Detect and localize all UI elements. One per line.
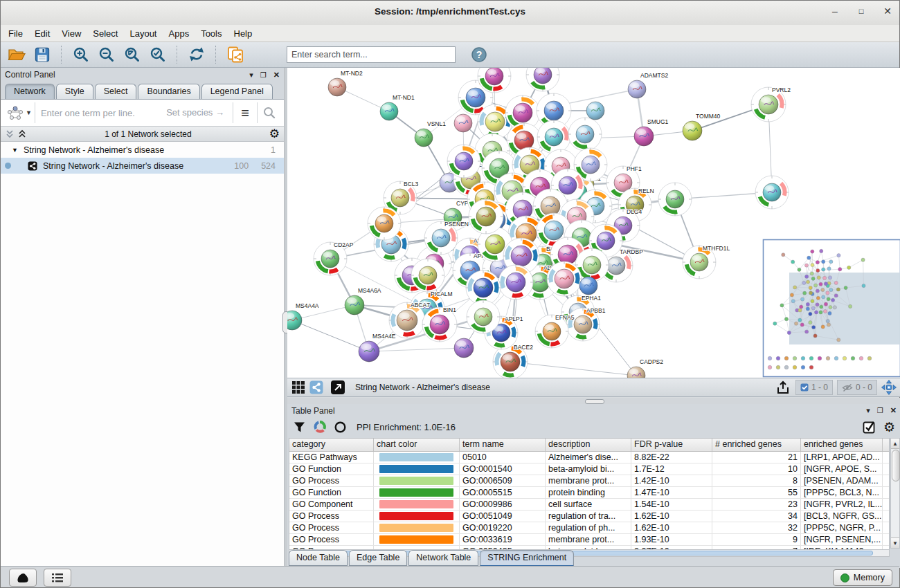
menu-item-apps[interactable]: Apps — [169, 28, 190, 39]
panel-menu-arrow-icon[interactable]: ▾ — [866, 406, 870, 415]
panel-close-icon[interactable]: ✕ — [890, 406, 897, 415]
birdseye-view[interactable] — [764, 240, 900, 377]
table-row[interactable]: GO FunctionGO:0005515protein binding1.47… — [289, 487, 889, 499]
string-terms-input[interactable] — [35, 102, 161, 123]
column-header-term-name[interactable]: term name — [460, 439, 546, 451]
tab-legend-panel[interactable]: Legend Panel — [201, 84, 273, 99]
table-row[interactable]: GO ProcessGO:0019220regulation of ph...1… — [289, 522, 889, 534]
menu-item-select[interactable]: Select — [93, 28, 118, 39]
panel-menu-arrow-icon[interactable]: ▾ — [249, 71, 253, 80]
table-row[interactable]: KEGG Pathways05010Alzheimer's dise...8.8… — [289, 452, 889, 463]
scroll-down-icon[interactable]: ▼ — [891, 538, 899, 548]
select-rows-icon[interactable] — [863, 420, 876, 434]
column-header-description[interactable]: description — [546, 439, 631, 451]
string-search-button[interactable] — [257, 102, 281, 123]
collapse-all-icon[interactable] — [5, 129, 15, 139]
expand-all-icon[interactable] — [17, 129, 27, 139]
table-row[interactable]: GO FunctionGO:0001540beta-amyloid bi...1… — [289, 463, 889, 475]
ring-chart-icon[interactable] — [334, 421, 347, 434]
table-row[interactable]: GO ProcessGO:0033619membrane prot...1.93… — [289, 534, 889, 546]
graph-node[interactable] — [586, 102, 604, 120]
menu-item-layout[interactable]: Layout — [129, 28, 156, 39]
donut-chart-icon[interactable] — [313, 420, 327, 434]
network-tree-row[interactable]: String Network - Alzheimer's disease1005… — [1, 158, 284, 174]
network-options-gear-icon[interactable]: ⚙ — [269, 127, 280, 141]
zoom-in-button[interactable] — [71, 45, 91, 64]
graph-node[interactable] — [537, 120, 570, 154]
graph-node[interactable] — [498, 265, 533, 300]
enrichment-table[interactable]: categorychart colorterm namedescriptionF… — [289, 438, 890, 550]
refresh-button[interactable] — [186, 45, 207, 64]
tab-select[interactable]: Select — [95, 84, 137, 99]
tab-style[interactable]: Style — [56, 84, 93, 99]
column-header-category[interactable]: category — [289, 439, 374, 451]
help-button[interactable]: ? — [469, 45, 489, 64]
scroll-up-icon[interactable]: ▲ — [891, 439, 899, 449]
memory-button[interactable]: Memory — [833, 569, 892, 586]
birdseye-toggle-icon[interactable] — [309, 380, 323, 394]
copy-network-button[interactable] — [225, 45, 246, 64]
tab-node-table[interactable]: Node Table — [289, 550, 348, 567]
zoom-selected-button[interactable] — [147, 45, 168, 64]
graph-node[interactable] — [454, 338, 474, 358]
graph-node[interactable] — [411, 259, 444, 292]
column-header-chart-color[interactable]: chart color — [374, 439, 460, 451]
tab-network[interactable]: Network — [5, 84, 55, 99]
splitter-handle[interactable] — [585, 399, 604, 404]
network-canvas[interactable]: MT-ND2MT-ND1VSNL1GAB2ADAMTS2SMUG1TOMM40P… — [287, 68, 900, 378]
column-header-fdr-p-value[interactable]: FDR p-value — [631, 439, 712, 451]
zoom-fit-button[interactable] — [122, 45, 143, 64]
string-database-selector[interactable]: ▼ — [3, 102, 35, 123]
close-button[interactable]: ✕ — [881, 5, 894, 17]
menu-item-file[interactable]: File — [8, 28, 23, 39]
tab-edge-table[interactable]: Edge Table — [349, 550, 407, 567]
table-vertical-scrollbar[interactable]: ▲ ▼ — [890, 438, 900, 549]
open-in-window-icon[interactable] — [330, 380, 345, 395]
tab-boundaries[interactable]: Boundaries — [138, 84, 199, 99]
column-header-enriched-genes[interactable]: enriched genes — [801, 439, 883, 451]
graph-node[interactable] — [467, 300, 500, 333]
graph-node[interactable] — [755, 176, 789, 209]
column-header--enriched-genes[interactable]: # enriched genes — [712, 439, 801, 451]
maximize-button[interactable]: □ — [855, 5, 867, 17]
table-row[interactable]: GO ProcessGO:0051049regulation of tra...… — [289, 511, 889, 522]
tab-network-table[interactable]: Network Table — [408, 550, 478, 567]
open-session-button[interactable] — [6, 45, 27, 64]
graph-node[interactable] — [547, 261, 582, 296]
network-tree-row[interactable]: ▼String Network - Alzheimer's disease1 — [1, 142, 284, 158]
string-options-button[interactable]: ≡ — [233, 102, 257, 123]
graph-node[interactable] — [466, 270, 501, 305]
tab-string-enrichment[interactable]: STRING Enrichment — [480, 550, 574, 567]
grid-view-icon[interactable] — [291, 380, 305, 394]
graph-node[interactable] — [447, 145, 480, 178]
table-settings-gear-icon[interactable]: ⚙ — [883, 419, 895, 435]
zoom-out-button[interactable] — [96, 45, 117, 64]
graph-node[interactable] — [658, 183, 692, 216]
task-list-button[interactable] — [44, 569, 71, 587]
save-session-button[interactable] — [32, 45, 53, 64]
automation-panel-button[interactable] — [9, 569, 37, 587]
panel-float-icon[interactable]: ❐ — [877, 407, 883, 414]
panel-close-icon[interactable]: ✕ — [273, 71, 280, 80]
graph-node[interactable] — [368, 207, 401, 240]
graph-node[interactable] — [454, 114, 472, 132]
tree-expander-icon[interactable]: ▼ — [12, 147, 18, 154]
horizontal-splitter[interactable] — [287, 398, 900, 404]
table-row[interactable]: GO ComponentGO:0009986cell surface1.54E-… — [289, 499, 889, 511]
set-species-hint[interactable]: Set species → — [166, 107, 224, 118]
menu-item-help[interactable]: Help — [234, 28, 253, 39]
search-input[interactable] — [287, 46, 456, 63]
graph-node[interactable] — [469, 199, 503, 234]
table-row[interactable]: GO ProcessGO:0006509membrane prot...1.42… — [289, 475, 889, 487]
panel-float-icon[interactable]: ❐ — [260, 71, 267, 79]
menu-item-tools[interactable]: Tools — [201, 28, 222, 39]
scrollbar-thumb[interactable] — [892, 450, 900, 481]
export-network-icon[interactable] — [775, 380, 791, 395]
filter-icon[interactable] — [293, 421, 306, 434]
menu-item-view[interactable]: View — [62, 28, 81, 39]
minimize-button[interactable]: – — [829, 5, 841, 17]
graph-node[interactable] — [568, 118, 602, 151]
graph-node[interactable] — [579, 277, 597, 295]
menu-item-edit[interactable]: Edit — [35, 28, 50, 39]
pan-navigate-icon[interactable] — [881, 380, 897, 395]
